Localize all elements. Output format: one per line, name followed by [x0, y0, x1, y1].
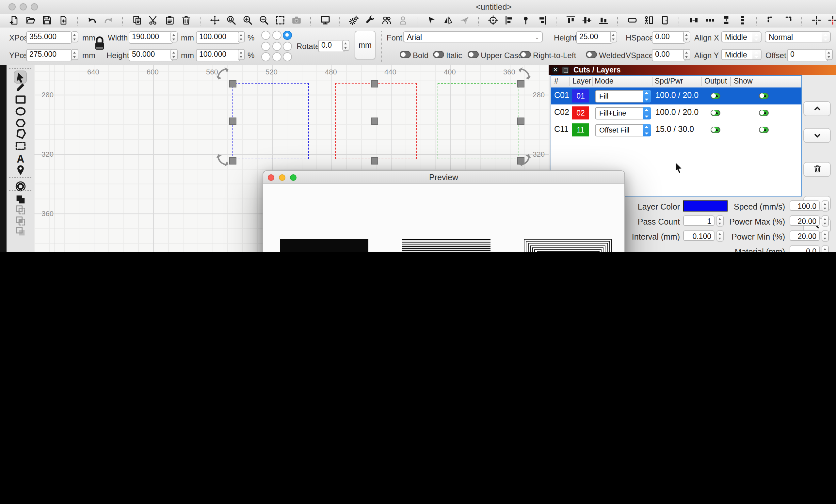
dock-door-icon[interactable] [660, 15, 670, 25]
layer-row-C01[interactable]: C0101Fill100.0 / 20.0 [551, 88, 801, 104]
anchor-middle-center[interactable] [272, 41, 281, 51]
position-anchor-grid[interactable] [261, 31, 292, 62]
xpos-stepper[interactable] [71, 31, 78, 42]
dock-pill-icon[interactable] [627, 15, 638, 25]
minimize-window-icon[interactable] [20, 3, 27, 11]
zoom-in-icon[interactable] [242, 15, 253, 25]
zoom-to-page-icon[interactable] [226, 15, 236, 25]
layer-up-button[interactable] [803, 101, 831, 116]
layer-mode-combo[interactable]: Fill [595, 90, 651, 102]
hspace-stepper[interactable] [683, 31, 690, 42]
corner-top-left-icon[interactable] [766, 15, 777, 25]
copy-icon[interactable] [132, 15, 142, 25]
welded-toggle[interactable] [586, 51, 597, 58]
float-panel-icon[interactable] [562, 66, 569, 74]
rotate-field[interactable]: 0.0 [318, 40, 345, 52]
selection-handle[interactable] [517, 80, 525, 87]
laser-position-red-icon[interactable] [828, 15, 836, 25]
new-file-icon[interactable] [9, 15, 20, 25]
interval-field[interactable]: 0.100 [683, 230, 715, 241]
material-stepper[interactable] [822, 246, 829, 252]
align-x-combo[interactable]: Middle [721, 31, 762, 42]
layer-delete-button[interactable] [803, 162, 831, 177]
height-percent-field[interactable]: 100.000 [196, 49, 240, 61]
width-field[interactable]: 190.000 [129, 31, 173, 44]
rotate-selection-handle[interactable] [215, 66, 229, 80]
column-header-layer[interactable]: Layer [572, 77, 591, 85]
rtl-toggle[interactable] [520, 51, 531, 58]
paste-icon[interactable] [165, 15, 175, 25]
dock-person-icon[interactable] [643, 15, 654, 25]
layer-output-toggle[interactable] [710, 92, 720, 99]
shape-outline-tool[interactable] [14, 139, 27, 152]
offset-stepper[interactable] [825, 49, 833, 60]
corner-top-right-icon[interactable] [782, 15, 793, 25]
frame-selection-icon[interactable] [275, 15, 285, 25]
distribute-v-icon[interactable] [721, 15, 732, 25]
height-stepper[interactable] [170, 49, 178, 60]
screenshot-icon[interactable] [291, 15, 302, 25]
zoom-window-icon[interactable] [31, 3, 38, 11]
power-min-stepper[interactable] [822, 230, 829, 241]
column-header-show[interactable]: Show [734, 77, 753, 85]
blue-rect-shape[interactable] [232, 82, 309, 159]
ypos-field[interactable]: 275.000 [26, 49, 72, 61]
material-field[interactable]: 0.0 [790, 246, 820, 252]
align-left-icon[interactable] [504, 15, 515, 25]
align-bottom-icon[interactable] [598, 15, 609, 25]
vspace-field[interactable]: 0.00 [652, 49, 686, 61]
focus-target-icon[interactable] [488, 15, 498, 25]
layer-show-toggle[interactable] [759, 109, 768, 116]
start-flag-icon[interactable] [426, 15, 437, 25]
font-height-field[interactable]: 25.00 [576, 31, 613, 44]
user-icon[interactable] [398, 15, 408, 25]
cut-icon[interactable] [148, 15, 159, 25]
anchor-bottom-center[interactable] [272, 52, 281, 61]
align-y-combo[interactable]: Middle [721, 49, 762, 60]
send-file-icon[interactable] [459, 15, 470, 25]
column-header-output[interactable]: Output [704, 77, 727, 85]
cuts-layers-titlebar[interactable]: ✕ Cuts / Layers [549, 65, 836, 75]
polygon-tool[interactable] [14, 116, 27, 129]
anchor-top-left[interactable] [261, 31, 270, 40]
pass-count-field[interactable]: 1 [683, 215, 715, 226]
bold-toggle[interactable] [400, 51, 411, 58]
device-monitor-icon[interactable] [320, 15, 330, 25]
close-window-icon[interactable] [8, 3, 16, 11]
layer-output-toggle[interactable] [710, 126, 720, 133]
distribute-h-icon[interactable] [688, 15, 699, 25]
layer-mode-combo[interactable]: Fill+Line [595, 107, 651, 119]
text-style-combo[interactable]: Normal [765, 31, 831, 42]
column-header-spdpwr[interactable]: Spd/Pwr [655, 77, 683, 85]
selection-handle[interactable] [371, 80, 378, 87]
undo-icon[interactable] [87, 15, 97, 25]
italic-toggle[interactable] [433, 51, 444, 58]
ellipse-tool[interactable] [14, 104, 27, 117]
layer-show-toggle[interactable] [759, 92, 768, 99]
speed-field[interactable]: 100.0 [790, 200, 820, 211]
boolean-difference-tool[interactable] [14, 225, 27, 238]
position-pin-tool[interactable] [14, 163, 27, 177]
mirror-shapes-icon[interactable] [443, 15, 453, 25]
width-stepper[interactable] [170, 31, 178, 42]
layer-color-badge[interactable]: 01 [572, 90, 589, 102]
power-max-field[interactable]: 20.00 [790, 215, 820, 226]
layer-show-toggle[interactable] [759, 126, 768, 133]
units-button[interactable]: mm [355, 31, 376, 59]
close-panel-icon[interactable]: ✕ [552, 66, 559, 74]
layer-down-button[interactable] [803, 128, 831, 143]
rotate-selection-handle[interactable] [518, 66, 532, 80]
rotate-selection-handle[interactable] [518, 154, 532, 167]
draw-pencil-tool[interactable] [14, 80, 27, 93]
power-min-field[interactable]: 20.00 [790, 230, 820, 241]
anchor-middle-left[interactable] [261, 41, 270, 51]
selection-handle[interactable] [229, 157, 236, 164]
anchor-top-right-selected[interactable] [283, 31, 292, 40]
import-file-icon[interactable] [58, 15, 69, 25]
pan-icon[interactable] [210, 15, 220, 25]
align-right-icon[interactable] [537, 15, 547, 25]
width-percent-stepper[interactable] [238, 31, 245, 42]
delete-icon[interactable] [181, 15, 191, 25]
move-crosshair-icon[interactable] [811, 15, 822, 25]
rotate-stepper[interactable] [342, 40, 349, 51]
